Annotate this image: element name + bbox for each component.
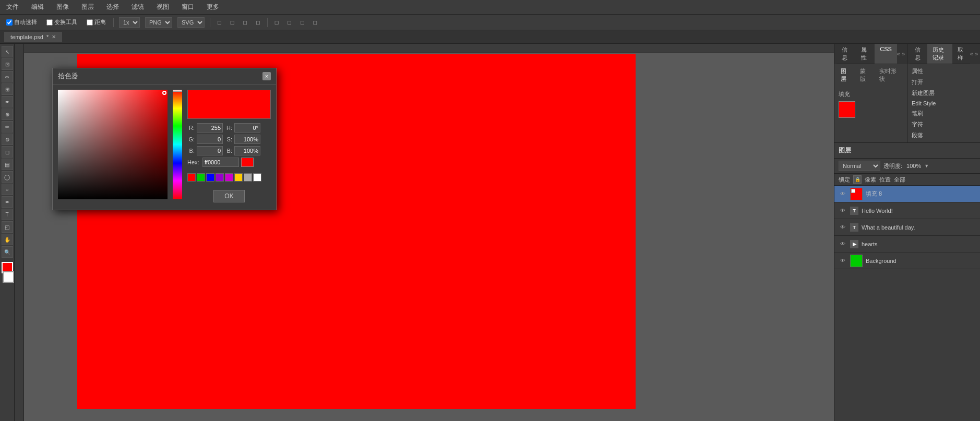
sub-tab-layer[interactable]: 图层 [839,66,854,84]
transform-btn[interactable]: □ [273,18,281,27]
history-tab-sample[interactable]: 取样 [952,44,970,64]
swatch-yellow[interactable] [234,173,243,182]
menu-view[interactable]: 视图 [154,2,171,13]
color-picker-dialog[interactable]: 拾色器 × R: H: [52,68,277,210]
tool-zoom[interactable]: 🔍 [2,246,13,258]
menu-more[interactable]: 更多 [205,2,221,13]
hue-slider[interactable] [173,90,182,199]
tool-brush[interactable]: ✏ [2,121,13,133]
tab-template[interactable]: template.psd * ✕ [4,32,62,42]
b-input-row: B: B: [187,146,271,155]
h-input[interactable] [234,123,260,133]
blend-mode-select[interactable]: Normal [839,161,880,171]
dialog-close-btn[interactable]: × [262,72,271,80]
history-tab-info[interactable]: 信息 [910,44,927,64]
info-tab-info[interactable]: 信息 [836,44,856,64]
history-item-edit-style[interactable]: Edit Style [910,99,978,107]
sub-tab-live-shape[interactable]: 实时形状 [877,66,903,84]
s-input[interactable] [234,135,260,144]
history-arrows: « » [970,51,978,57]
tab-close-btn[interactable]: ✕ [52,34,56,40]
swatch-red[interactable] [187,173,196,182]
info-css-panel: 信息 属性 CSS « » 图层 蒙版 实时形状 填充 [834,44,907,142]
swatch-blue[interactable] [206,173,214,182]
menu-image[interactable]: 图像 [54,2,71,13]
tool-marquee[interactable]: ⊡ [2,58,13,70]
history-item-new-layer[interactable]: 新建图层 [910,88,978,98]
layer-row-beautiful[interactable]: 👁 T What a beautiful day. [834,219,980,236]
b-input[interactable] [197,146,223,155]
tool-background-color[interactable] [3,271,14,283]
history-item-char[interactable]: 字符 [910,119,978,129]
menu-file[interactable]: 文件 [4,2,21,13]
grid-btn[interactable]: □ [312,18,319,27]
layer-vis-hearts[interactable]: 👁 [839,240,847,248]
tool-pen[interactable]: ✒ [2,196,13,208]
menu-layer[interactable]: 图层 [79,2,96,13]
history-item-open[interactable]: 打开 [910,77,978,87]
zoom-select[interactable]: 1x2x [119,17,140,28]
align-center-btn[interactable]: □ [229,18,236,27]
info-panel-right-arrow[interactable]: » [902,51,905,57]
history-tab-history[interactable]: 历史记录 [927,44,952,64]
ok-button[interactable]: OK [213,190,245,202]
tool-eyedropper[interactable]: ✒ [2,96,13,107]
color-gradient-area[interactable] [58,90,168,199]
history-item-para[interactable]: 段落 [910,130,978,140]
layer-vis-hello[interactable]: 👁 [839,207,847,215]
info-tab-css[interactable]: CSS [875,44,897,64]
r-input[interactable] [197,123,223,133]
opacity-chevron[interactable]: ▼ [924,163,929,169]
tool-text[interactable]: T [2,209,13,220]
distance-checkbox[interactable]: 距离 [85,17,108,27]
align-left-btn[interactable]: □ [216,18,223,27]
fill-color-swatch[interactable] [839,101,855,118]
tool-shape[interactable]: ◰ [2,221,13,233]
menu-edit[interactable]: 编辑 [29,2,46,13]
history-left-arrow[interactable]: « [970,51,973,57]
history-item-pen[interactable]: 笔刷 [910,109,978,118]
tool-gradient[interactable]: ▤ [2,159,13,170]
transform-tool-checkbox[interactable]: 变换工具 [44,17,79,27]
layer-row-hello[interactable]: 👁 T Hello World! [834,202,980,219]
format-select-png[interactable]: PNGJPG [145,17,172,28]
layer-vis-beautiful[interactable]: 👁 [839,223,847,232]
swatch-white[interactable] [253,173,261,182]
layer-row-background[interactable]: 👁 Background [834,252,980,269]
brightness-input[interactable] [234,146,260,155]
swatch-magenta[interactable] [225,173,233,182]
info-panel-left-arrow[interactable]: « [897,51,900,57]
auto-select-checkbox[interactable]: 自动选择 [4,17,39,27]
g-input[interactable] [197,135,223,144]
format-select-svg[interactable]: SVG [177,17,205,28]
align-right-btn[interactable]: □ [241,18,249,27]
menu-select[interactable]: 选择 [104,2,121,13]
tool-move[interactable]: ↖ [2,46,13,57]
align-bottom-btn[interactable]: □ [254,18,262,27]
layer-vis-background[interactable]: 👁 [839,257,847,265]
swatch-green[interactable] [197,173,205,182]
tool-hand[interactable]: ✋ [2,234,13,245]
layer-row-hearts[interactable]: 👁 ▶ hearts [834,236,980,252]
lock-pixel-btn[interactable]: 🔒 [853,175,862,184]
tool-clone[interactable]: ⊚ [2,134,13,145]
tool-dodge[interactable]: ○ [2,184,13,195]
history-item-attr[interactable]: 属性 [910,66,978,76]
menu-window[interactable]: 窗口 [180,2,196,13]
menu-filter[interactable]: 滤镜 [129,2,146,13]
tool-blur[interactable]: ◯ [2,171,13,183]
layer-vis-fill8[interactable]: 👁 [839,190,847,198]
hex-input[interactable] [202,158,239,167]
info-tab-attr[interactable]: 属性 [856,44,875,64]
tool-crop[interactable]: ⊞ [2,83,13,95]
history-right-arrow[interactable]: » [975,51,978,57]
tool-lasso[interactable]: ∞ [2,71,13,82]
tool-eraser[interactable]: ◻ [2,146,13,158]
swatch-gray[interactable] [244,173,252,182]
swatch-purple[interactable] [216,173,224,182]
anchor2-btn[interactable]: □ [298,18,306,27]
anchor-btn[interactable]: □ [285,18,293,27]
tool-heal[interactable]: ⊕ [2,109,13,120]
layer-row-fill8[interactable]: 👁 填充 8 [834,186,980,202]
sub-tab-mask[interactable]: 蒙版 [858,66,873,84]
